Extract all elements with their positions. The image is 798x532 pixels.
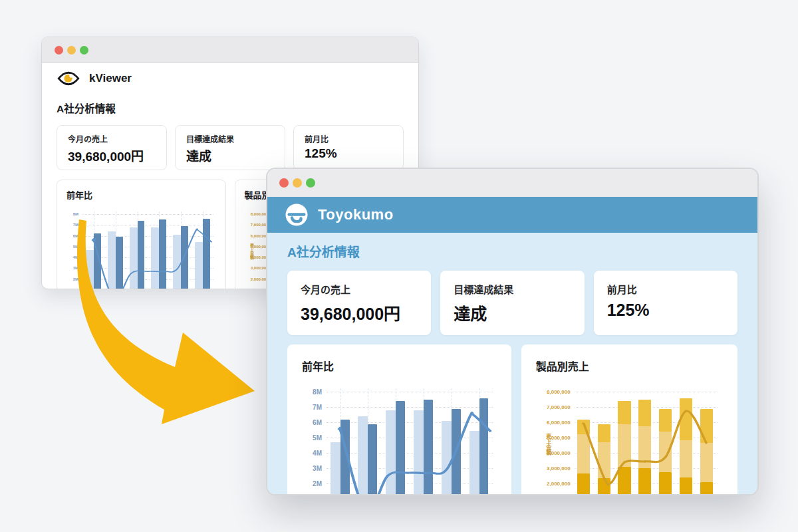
back-page-title: A社分析情報	[57, 100, 404, 115]
axis-tick: 6M	[313, 419, 322, 426]
kpi-card-mom-ratio: 前月比 125%	[293, 125, 404, 170]
axis-tick: 4M	[313, 450, 322, 457]
axis-tick: 6,000,000	[547, 420, 571, 426]
maximize-button[interactable]	[306, 178, 315, 188]
front-product-chart: 売上金額 8,000,0007,000,0006,000,0005,000,00…	[575, 384, 718, 495]
axis-tick: 7M	[313, 404, 322, 411]
kpi-label: 目標達成結果	[186, 133, 274, 144]
kpi-card-goal-result: 目標達成結果 達成	[440, 271, 584, 335]
axis-tick: 1M	[73, 288, 78, 289]
axis-tick: 3,000,000	[547, 466, 571, 471]
minimize-button[interactable]	[67, 46, 76, 55]
kpi-value: 125%	[607, 301, 724, 320]
kpi-value: 39,680,000円	[301, 301, 418, 325]
kpi-label: 前月比	[607, 282, 724, 296]
axis-tick: 6M	[73, 234, 78, 238]
kpi-card-mom-ratio: 前月比 125%	[594, 271, 737, 335]
kpi-label: 目標達成結果	[454, 282, 571, 296]
axis-tick: 3M	[313, 465, 322, 472]
chart-title: 製品別売上	[536, 358, 723, 374]
toyokumo-content: A社分析情報 今月の売上 39,680,000円 目標達成結果 達成 前月比 1…	[267, 233, 757, 495]
front-yoy-chart-card: 前年比 8M7M6M5M4M3M2M1M	[287, 344, 511, 495]
axis-tick: 8,000,000	[547, 389, 571, 395]
kpi-card-monthly-sales: 今月の売上 39,680,000円	[287, 271, 431, 335]
axis-tick: 2M	[313, 480, 322, 487]
axis-tick: 3M	[73, 266, 78, 270]
kpi-label: 前月比	[305, 133, 392, 144]
kviewer-titlebar	[42, 37, 418, 63]
front-page-title: A社分析情報	[287, 242, 737, 260]
axis-tick: 4M	[73, 255, 78, 259]
kpi-card-monthly-sales: 今月の売上 39,680,000円	[57, 125, 167, 170]
front-product-chart-card: 製品別売上 売上金額 8,000,0007,000,0006,000,0005,…	[521, 344, 737, 495]
chart-title: 前年比	[302, 358, 497, 374]
close-button[interactable]	[55, 46, 63, 55]
axis-tick: 7,000,000	[547, 404, 571, 410]
axis-tick: 2,000,000	[547, 481, 571, 487]
maximize-button[interactable]	[80, 46, 88, 55]
front-kpi-cards: 今月の売上 39,680,000円 目標達成結果 達成 前月比 125%	[287, 271, 737, 335]
axis-tick: 4,000,000	[547, 450, 571, 456]
kpi-card-goal-result: 目標達成結果 達成	[175, 125, 285, 170]
axis-tick: 7M	[73, 223, 78, 227]
axis-tick: 8M	[313, 388, 322, 396]
kpi-value: 39,680,000円	[68, 146, 156, 164]
axis-tick: 2M	[73, 277, 78, 281]
kpi-label: 今月の売上	[301, 282, 418, 296]
toyokumo-titlebar	[267, 169, 757, 197]
toyokumo-header: Toyokumo	[267, 197, 757, 233]
close-button[interactable]	[279, 178, 289, 188]
axis-tick: 5,000,000	[547, 435, 571, 441]
axis-tick: 5M	[73, 245, 78, 249]
toyokumo-window: Toyokumo A社分析情報 今月の売上 39,680,000円 目標達成結果…	[266, 168, 759, 495]
kpi-value: 125%	[305, 146, 392, 161]
kviewer-app-name: kViewer	[89, 72, 132, 85]
front-yoy-chart: 8M7M6M5M4M3M2M1M	[326, 384, 493, 495]
back-kpi-cards: 今月の売上 39,680,000円 目標達成結果 達成 前月比 125%	[57, 125, 404, 170]
kviewer-eye-icon	[57, 70, 80, 87]
axis-tick: 8M	[73, 212, 78, 216]
toyokumo-brand-name: Toyokumo	[318, 206, 394, 223]
back-yoy-chart: 8M7M6M5M4M3M2M1M	[82, 209, 213, 289]
chart-title: 前年比	[66, 188, 216, 201]
toyokumo-cloud-icon	[285, 203, 309, 227]
minimize-button[interactable]	[293, 178, 302, 188]
kpi-value: 達成	[186, 146, 274, 164]
back-yoy-chart-card: 前年比 8M7M6M5M4M3M2M1M	[57, 180, 226, 289]
kpi-label: 今月の売上	[68, 133, 156, 144]
axis-tick: 5M	[313, 434, 322, 442]
kpi-value: 達成	[454, 301, 571, 325]
